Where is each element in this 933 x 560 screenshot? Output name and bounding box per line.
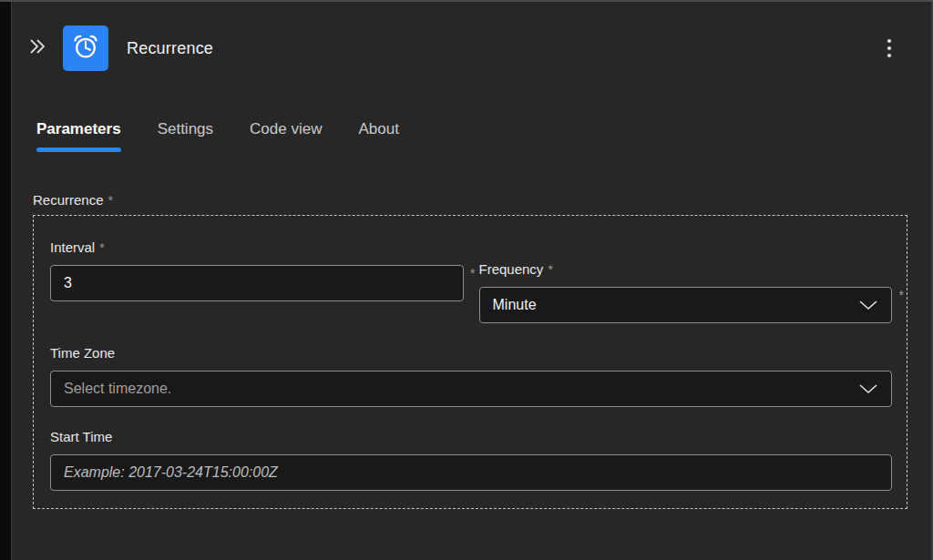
tab-code-view[interactable]: Code view bbox=[250, 120, 322, 152]
frequency-field: Frequency* Minute * bbox=[479, 261, 893, 323]
tab-settings[interactable]: Settings bbox=[158, 120, 213, 152]
alarm-clock-icon bbox=[71, 32, 100, 65]
recurrence-trigger-panel: Recurrence Parameters Settings Code view… bbox=[13, 2, 933, 560]
interval-frequency-row: Interval* * Frequency* Minute bbox=[50, 239, 892, 323]
parameters-tab-content: Recurrence* Interval* * Frequency* bbox=[13, 192, 933, 509]
panel-header: Recurrence bbox=[13, 2, 933, 71]
required-marker: * bbox=[548, 262, 552, 277]
panel-top-border bbox=[0, 0, 933, 2]
start-time-label: Start Time bbox=[50, 429, 892, 444]
vertical-ellipsis-icon bbox=[887, 39, 891, 43]
tab-bar: Parameters Settings Code view About bbox=[13, 120, 933, 152]
tab-about[interactable]: About bbox=[358, 120, 398, 152]
recurrence-trigger-icon bbox=[63, 25, 108, 71]
start-time-input[interactable] bbox=[50, 454, 892, 491]
start-time-field: Start Time bbox=[50, 429, 892, 491]
timezone-dropdown[interactable]: Select timezone. bbox=[50, 371, 892, 407]
required-marker: * bbox=[899, 288, 904, 302]
timezone-placeholder: Select timezone. bbox=[64, 381, 171, 397]
required-marker: * bbox=[108, 193, 113, 208]
interval-input[interactable] bbox=[50, 265, 464, 301]
tab-parameters[interactable]: Parameters bbox=[36, 120, 121, 152]
required-marker: * bbox=[470, 266, 475, 280]
collapse-panel-button[interactable] bbox=[26, 36, 49, 60]
chevron-down-icon bbox=[858, 300, 878, 311]
timezone-label: Time Zone bbox=[50, 345, 892, 361]
frequency-dropdown[interactable]: Minute bbox=[479, 287, 893, 323]
required-marker: * bbox=[99, 240, 104, 255]
double-chevron-right-icon bbox=[26, 36, 48, 61]
recurrence-parameters-group: Interval* * Frequency* Minute bbox=[33, 215, 907, 509]
frequency-selected-value: Minute bbox=[493, 297, 537, 313]
chevron-down-icon bbox=[858, 383, 878, 394]
interval-label: Interval* bbox=[50, 239, 464, 255]
left-edge-strip bbox=[0, 0, 12, 560]
panel-title: Recurrence bbox=[127, 39, 213, 58]
frequency-label: Frequency* bbox=[479, 261, 893, 277]
active-tab-indicator bbox=[36, 148, 121, 152]
timezone-field: Time Zone Select timezone. bbox=[50, 345, 892, 407]
more-options-button[interactable] bbox=[884, 36, 895, 61]
interval-field: Interval* * bbox=[50, 239, 464, 323]
recurrence-section-label: Recurrence* bbox=[33, 192, 907, 208]
